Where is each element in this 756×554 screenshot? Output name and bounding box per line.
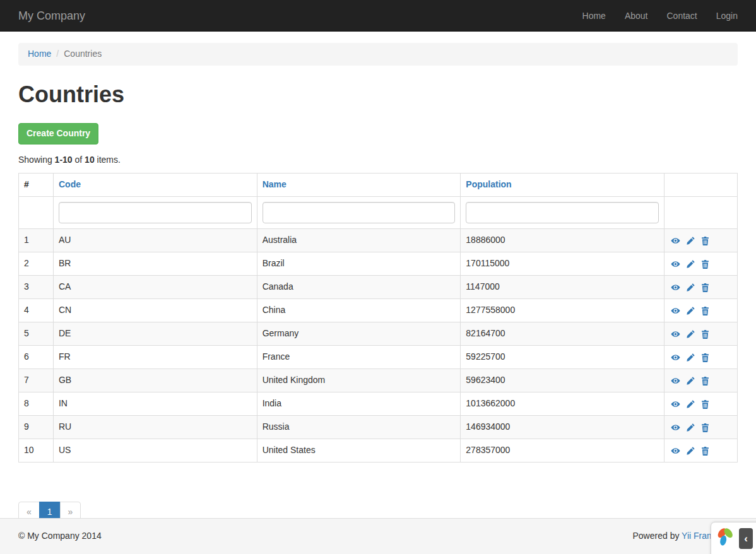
country-name: China (257, 299, 461, 322)
delete-button[interactable] (701, 330, 709, 339)
view-button[interactable] (671, 400, 680, 408)
view-button[interactable] (671, 260, 680, 268)
delete-button[interactable] (701, 423, 709, 432)
country-code: US (53, 439, 257, 463)
pencil-icon (687, 447, 695, 455)
row-actions (664, 392, 738, 416)
update-button[interactable] (687, 330, 695, 338)
nav-item-about: About (615, 0, 658, 32)
update-button[interactable] (687, 423, 695, 432)
row-number: 3 (19, 276, 54, 299)
table-row: 7 GB United Kingdom 59623400 (19, 369, 738, 392)
nav-item-login: Login (707, 0, 738, 32)
row-number: 1 (19, 229, 54, 252)
nav-link-about[interactable]: About (615, 0, 658, 32)
row-number: 10 (19, 439, 54, 463)
eye-icon (671, 307, 680, 315)
delete-button[interactable] (701, 377, 709, 386)
pencil-icon (687, 377, 695, 385)
delete-button[interactable] (701, 283, 709, 292)
footer: © My Company 2014 Powered by Yii Framewo… (0, 518, 756, 554)
country-code: CN (53, 299, 257, 322)
sort-name-link[interactable]: Name (263, 179, 286, 189)
table-row: 8 IN India 1013662000 (19, 392, 738, 416)
delete-button[interactable] (701, 353, 709, 362)
navbar-menu: HomeAboutContactLogin (573, 0, 738, 32)
delete-button[interactable] (701, 447, 709, 456)
update-button[interactable] (687, 400, 695, 408)
country-code: BR (53, 252, 257, 276)
pencil-icon (687, 237, 695, 245)
row-actions (664, 299, 738, 322)
view-button[interactable] (671, 447, 680, 455)
delete-button[interactable] (701, 400, 709, 409)
debug-collapse-button[interactable]: ‹ (739, 528, 753, 549)
row-number: 7 (19, 369, 54, 392)
update-button[interactable] (687, 260, 695, 268)
eye-icon (671, 260, 680, 268)
yii-logo-icon (714, 526, 736, 551)
brand-link[interactable]: My Company (18, 0, 95, 32)
country-population: 170115000 (461, 252, 664, 276)
row-actions (664, 276, 738, 299)
eye-icon (671, 423, 680, 432)
country-population: 18886000 (461, 229, 664, 252)
breadcrumb-current: Countries (64, 48, 102, 61)
header-num: # (19, 174, 54, 197)
summary-prefix: Showing (18, 155, 55, 165)
view-button[interactable] (671, 353, 680, 362)
view-button[interactable] (671, 377, 680, 385)
grid-summary: Showing 1-10 of 10 items. (18, 154, 738, 167)
population-filter-input[interactable] (466, 202, 659, 223)
breadcrumb-home-link[interactable]: Home (28, 49, 51, 59)
nav-link-login[interactable]: Login (707, 0, 738, 32)
pencil-icon (687, 283, 695, 292)
update-button[interactable] (687, 447, 695, 455)
powered-by-prefix: Powered by (632, 531, 682, 541)
view-button[interactable] (671, 237, 680, 245)
delete-button[interactable] (701, 237, 709, 245)
update-button[interactable] (687, 353, 695, 362)
delete-button[interactable] (701, 307, 709, 315)
trash-icon (701, 307, 709, 315)
view-button[interactable] (671, 423, 680, 432)
country-population: 82164700 (461, 322, 664, 346)
country-name: Australia (257, 229, 461, 252)
sort-code-link[interactable]: Code (59, 179, 81, 189)
view-button[interactable] (671, 307, 680, 315)
pencil-icon (687, 260, 695, 268)
breadcrumb: Home / Countries (18, 43, 738, 66)
sort-population-link[interactable]: Population (466, 179, 511, 189)
country-population: 146934000 (461, 416, 664, 439)
update-button[interactable] (687, 377, 695, 385)
pencil-icon (687, 330, 695, 338)
country-code: CA (53, 276, 257, 299)
table-row: 2 BR Brazil 170115000 (19, 252, 738, 276)
create-country-button[interactable]: Create Country (18, 123, 98, 144)
country-population: 59623400 (461, 369, 664, 392)
nav-item-contact: Contact (657, 0, 706, 32)
delete-button[interactable] (701, 260, 709, 269)
row-number: 6 (19, 346, 54, 369)
update-button[interactable] (687, 307, 695, 315)
eye-icon (671, 330, 680, 338)
update-button[interactable] (687, 237, 695, 245)
country-code: DE (53, 322, 257, 346)
row-actions (664, 346, 738, 369)
update-button[interactable] (687, 283, 695, 292)
breadcrumb-separator: / (51, 48, 64, 61)
eye-icon (671, 377, 680, 385)
country-code: GB (53, 369, 257, 392)
code-filter-input[interactable] (59, 202, 252, 223)
nav-link-contact[interactable]: Contact (657, 0, 706, 32)
view-button[interactable] (671, 283, 680, 292)
copyright-text: © My Company 2014 (18, 530, 102, 543)
row-number: 9 (19, 416, 54, 439)
debug-toolbar: ‹ (711, 522, 756, 554)
view-button[interactable] (671, 330, 680, 338)
country-population: 1277558000 (461, 299, 664, 322)
row-actions (664, 369, 738, 392)
name-filter-input[interactable] (263, 202, 456, 223)
nav-link-home[interactable]: Home (573, 0, 615, 32)
countries-table: # Code Name Population 1 AU Australia 18… (18, 173, 738, 463)
